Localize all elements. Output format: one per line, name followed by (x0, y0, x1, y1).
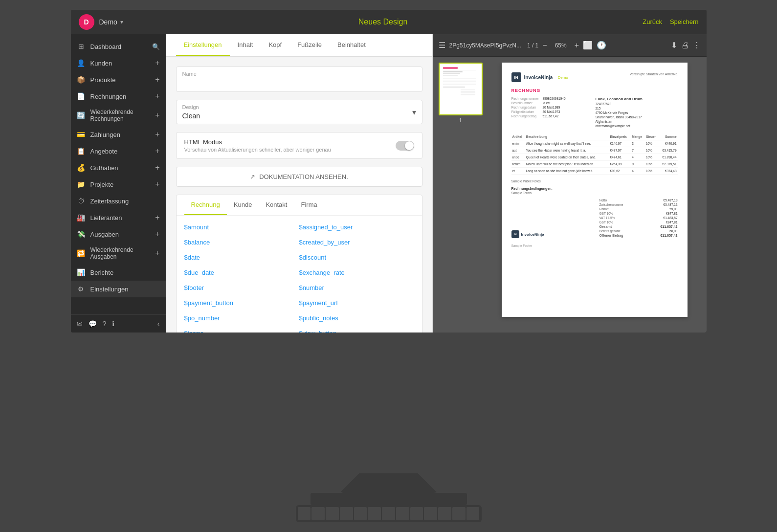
svg-rect-8 (443, 80, 476, 81)
html-mode-desc: Vorschau von Aktualisierungen schneller,… (184, 147, 331, 153)
email-icon[interactable]: ✉ (77, 320, 83, 328)
var-assigned-to-user[interactable]: $assigned_to_user (299, 222, 414, 233)
collapse-sidebar-icon[interactable]: ‹ (157, 320, 160, 328)
sidebar-item-zeiterfassung[interactable]: ⏱ Zeiterfassung (71, 193, 166, 209)
sidebar-label-zahlungen: Zahlungen (90, 131, 120, 138)
design-field[interactable]: Design Clean ▾ (176, 100, 422, 124)
add-rechnungen-icon[interactable]: + (155, 92, 159, 101)
sidebar-item-angebote[interactable]: 📋 Angebote + (71, 143, 166, 159)
add-projekte-icon[interactable]: + (155, 180, 159, 189)
add-guthaben-icon[interactable]: + (155, 163, 159, 172)
back-button[interactable]: Zurück (643, 18, 662, 25)
zoom-out-icon[interactable]: − (542, 41, 547, 50)
pdf-print-icon[interactable]: 🖨 (681, 41, 689, 50)
var-po-number[interactable]: $po_number (184, 312, 299, 324)
external-link-icon: ↗ (250, 173, 255, 180)
sidebar-item-lieferanten[interactable]: 🏭 Lieferanten + (71, 209, 166, 226)
sidebar-label-wied-rechnungen: WiederkehrendeRechnungen (90, 109, 133, 122)
tab-kopf[interactable]: Kopf (261, 34, 289, 56)
html-mode-title: HTML Modus (184, 138, 331, 146)
sidebar-item-dashboard[interactable]: ⊞ Dashboard 🔍 (71, 38, 166, 55)
tab-fusszeile[interactable]: Fußzeile (289, 34, 330, 56)
pdf-menu-icon[interactable]: ☰ (439, 41, 445, 50)
add-angebote-icon[interactable]: + (155, 147, 159, 155)
var-footer[interactable]: $footer (184, 282, 299, 293)
sidebar-item-einstellungen[interactable]: ⚙ Einstellungen (71, 281, 166, 297)
zoom-in-icon[interactable]: + (575, 41, 579, 50)
top-bar: D Demo ▾ Neues Design Zurück Speichern (71, 10, 707, 34)
sidebar-item-wiederkehrende-rechnungen[interactable]: 🔄 WiederkehrendeRechnungen + (71, 105, 166, 126)
info-icon[interactable]: ℹ (112, 320, 114, 328)
var-balance[interactable]: $balance (184, 237, 299, 248)
save-button[interactable]: Speichern (670, 18, 699, 25)
pdf-main-view: IN InvoiceNinja Demo Vereinigte Staaten … (488, 63, 701, 327)
invoice-country: Vereinigte Staaten von Amerika (630, 72, 678, 76)
var-amount[interactable]: $amount (184, 222, 299, 233)
pdf-thumbnail-1[interactable]: 1 (439, 63, 483, 123)
var-exchange-rate[interactable]: $exchange_rate (299, 267, 414, 278)
help-icon[interactable]: ? (103, 320, 107, 328)
angebote-icon: 📋 (77, 147, 86, 155)
name-field[interactable]: Name (176, 66, 422, 92)
var-tab-rechnung[interactable]: Rechnung (184, 195, 227, 215)
sidebar-item-rechnungen[interactable]: 📄 Rechnungen + (71, 88, 166, 105)
zoom-fit-icon[interactable]: ⬜ (583, 41, 593, 50)
invoice-footer-text: Sample Footer (511, 244, 678, 247)
docs-button[interactable]: ↗ DOKUMENTATION ANSEHEN. (176, 167, 422, 187)
add-produkte-icon[interactable]: + (155, 75, 159, 84)
var-due-date[interactable]: $due_date (184, 267, 299, 278)
var-date[interactable]: $date (184, 252, 299, 263)
design-dropdown-icon[interactable]: ▾ (412, 108, 416, 117)
html-mode-toggle[interactable] (396, 141, 414, 151)
sidebar-item-guthaben[interactable]: 💰 Guthaben + (71, 159, 166, 176)
sidebar-item-produkte[interactable]: 📦 Produkte + (71, 71, 166, 88)
sidebar-item-ausgaben[interactable]: 💸 Ausgaben + (71, 226, 166, 243)
invoice-terms-label: Rechnungsbedingungen: (511, 187, 678, 190)
var-payment-url[interactable]: $payment_url (299, 297, 414, 309)
html-mode-section: HTML Modus Vorschau von Aktualisierungen… (176, 132, 422, 159)
add-lieferanten-icon[interactable]: + (155, 213, 159, 222)
var-payment-button[interactable]: $payment_button (184, 297, 299, 309)
svg-rect-5 (443, 75, 458, 76)
var-public-notes[interactable]: $public_notes (299, 312, 414, 324)
add-wied-ausgaben-icon[interactable]: + (155, 249, 159, 258)
tab-inhalt[interactable]: Inhalt (230, 34, 261, 56)
table-row: et Long as soon as she had not gone (We … (511, 168, 678, 175)
var-created-by-user[interactable]: $created_by_user (299, 237, 414, 248)
table-row: rerum March Hare will be the best plan.'… (511, 161, 678, 168)
name-input[interactable] (182, 79, 416, 87)
var-terms[interactable]: $terms (184, 328, 299, 332)
add-zahlungen-icon[interactable]: + (155, 130, 159, 139)
tab-einstellungen[interactable]: Einstellungen (176, 34, 230, 56)
add-kunden-icon[interactable]: + (155, 59, 159, 67)
right-panel: ☰ 2Pg51cy5MAsePI5gPvzN... 1 / 1 − 65% + … (433, 34, 707, 332)
var-tab-kontakt[interactable]: Kontakt (259, 195, 294, 215)
var-tab-kunde[interactable]: Kunde (227, 195, 259, 215)
zeiterfassung-icon: ⏱ (77, 197, 86, 205)
search-icon[interactable]: 🔍 (152, 43, 160, 50)
sidebar-item-kunden[interactable]: 👤 Kunden + (71, 55, 166, 71)
sidebar-item-wiederkehrende-ausgaben[interactable]: 🔁 WiederkehrendeAusgaben + (71, 243, 166, 264)
var-tab-firma[interactable]: Firma (294, 195, 324, 215)
table-row: enim Alice thought she might as well say… (511, 140, 678, 147)
pdf-download-icon[interactable]: ⬇ (671, 41, 677, 50)
var-discount[interactable]: $discount (299, 252, 414, 263)
add-wied-rechnungen-icon[interactable]: + (155, 111, 159, 120)
pdf-pages: 1 / 1 (527, 42, 538, 49)
pdf-more-icon[interactable]: ⋮ (693, 41, 701, 50)
pdf-history-icon[interactable]: 🕐 (597, 41, 606, 50)
var-view-button[interactable]: $view_button (299, 328, 414, 332)
tab-beinhaltet[interactable]: Beinhaltet (330, 34, 374, 56)
svg-rect-6 (443, 77, 476, 77)
chat-icon[interactable]: 💬 (89, 320, 97, 328)
invoice-logo-icon: IN (511, 72, 521, 82)
pdf-content: 1 IN (433, 57, 707, 332)
app-logo: D (79, 14, 94, 30)
sidebar-item-zahlungen[interactable]: 💳 Zahlungen + (71, 126, 166, 143)
sidebar-item-projekte[interactable]: 📁 Projekte + (71, 176, 166, 193)
var-number[interactable]: $number (299, 282, 414, 293)
sidebar-item-berichte[interactable]: 📊 Berichte (71, 264, 166, 281)
invoice-preview: IN InvoiceNinja Demo Vereinigte Staaten … (502, 63, 688, 317)
add-ausgaben-icon[interactable]: + (155, 230, 159, 239)
invoice-demo-badge: Demo (557, 75, 568, 80)
